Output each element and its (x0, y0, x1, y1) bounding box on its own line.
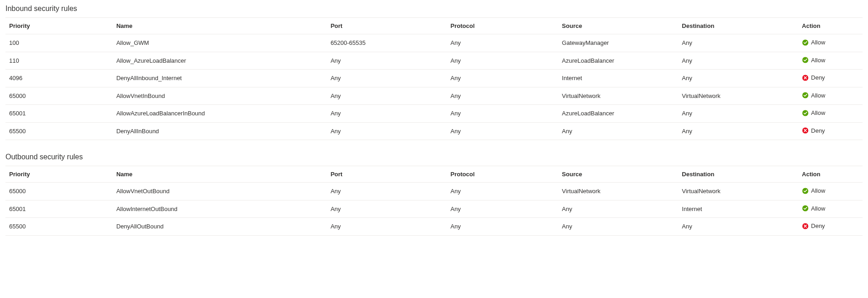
svg-point-3 (802, 92, 808, 98)
cell-source: Any (558, 200, 678, 218)
allow-icon (802, 39, 809, 46)
action-label: Allow (811, 109, 825, 116)
allow-icon (802, 188, 809, 194)
action-cell-content: Allow (802, 92, 825, 99)
col-header-name[interactable]: Name (113, 18, 327, 34)
cell-source: GatewayManager (558, 34, 678, 52)
deny-icon (802, 223, 809, 229)
table-row[interactable]: 65500DenyAllOutBoundAnyAnyAnyAnyDeny (5, 218, 863, 236)
cell-action: Allow (798, 105, 863, 123)
inbound-header-row: Priority Name Port Protocol Source Desti… (5, 18, 863, 34)
col-header-protocol[interactable]: Protocol (447, 166, 558, 183)
cell-name: DenyAllInBound (113, 122, 327, 140)
cell-protocol: Any (447, 218, 558, 236)
cell-source: Internet (558, 70, 678, 87)
cell-protocol: Any (447, 52, 558, 70)
cell-source: Any (558, 218, 678, 236)
col-header-action[interactable]: Action (798, 166, 863, 183)
cell-port: Any (327, 70, 447, 87)
col-header-port[interactable]: Port (327, 166, 447, 183)
col-header-source[interactable]: Source (558, 18, 678, 34)
svg-point-7 (802, 205, 808, 211)
inbound-section: Inbound security rules Priority Name Por… (5, 5, 863, 140)
table-row[interactable]: 110Allow_AzureLoadBalancerAnyAnyAzureLoa… (5, 52, 863, 70)
cell-name: DenyAllInbound_Internet (113, 70, 327, 87)
deny-icon (802, 75, 809, 81)
cell-priority: 65000 (5, 183, 113, 200)
cell-priority: 100 (5, 34, 113, 52)
col-header-action[interactable]: Action (798, 18, 863, 34)
cell-port: Any (327, 183, 447, 200)
cell-destination: Any (678, 218, 798, 236)
action-label: Allow (811, 39, 825, 46)
cell-protocol: Any (447, 105, 558, 123)
cell-destination: Any (678, 52, 798, 70)
action-cell-content: Deny (802, 74, 825, 81)
cell-action: Allow (798, 200, 863, 218)
deny-icon (802, 127, 809, 134)
col-header-name[interactable]: Name (113, 166, 327, 183)
cell-name: DenyAllOutBound (113, 218, 327, 236)
svg-point-6 (802, 188, 808, 194)
cell-destination: Any (678, 105, 798, 123)
cell-name: AllowVnetInBound (113, 87, 327, 105)
cell-destination: Any (678, 34, 798, 52)
action-cell-content: Allow (802, 57, 825, 64)
col-header-destination[interactable]: Destination (678, 166, 798, 183)
cell-protocol: Any (447, 183, 558, 200)
col-header-protocol[interactable]: Protocol (447, 18, 558, 34)
cell-priority: 65500 (5, 122, 113, 140)
table-row[interactable]: 65500DenyAllInBoundAnyAnyAnyAnyDeny (5, 122, 863, 140)
col-header-priority[interactable]: Priority (5, 18, 113, 34)
cell-protocol: Any (447, 87, 558, 105)
action-label: Allow (811, 187, 825, 194)
cell-protocol: Any (447, 200, 558, 218)
action-cell-content: Deny (802, 127, 825, 134)
action-cell-content: Allow (802, 109, 825, 116)
cell-port: Any (327, 87, 447, 105)
col-header-source[interactable]: Source (558, 166, 678, 183)
cell-source: Any (558, 122, 678, 140)
outbound-header-row: Priority Name Port Protocol Source Desti… (5, 166, 863, 183)
cell-priority: 65500 (5, 218, 113, 236)
table-row[interactable]: 65000AllowVnetInBoundAnyAnyVirtualNetwor… (5, 87, 863, 105)
cell-destination: Internet (678, 200, 798, 218)
allow-icon (802, 205, 809, 211)
action-label: Allow (811, 205, 825, 212)
svg-point-1 (802, 57, 808, 63)
col-header-priority[interactable]: Priority (5, 166, 113, 183)
outbound-section-title: Outbound security rules (5, 153, 863, 161)
cell-action: Deny (798, 122, 863, 140)
action-label: Deny (811, 222, 825, 229)
cell-name: AllowInternetOutBound (113, 200, 327, 218)
action-cell-content: Allow (802, 39, 825, 46)
action-label: Deny (811, 127, 825, 134)
outbound-section: Outbound security rules Priority Name Po… (5, 153, 863, 236)
svg-point-0 (802, 39, 808, 45)
table-row[interactable]: 65001AllowInternetOutBoundAnyAnyAnyInter… (5, 200, 863, 218)
cell-priority: 65001 (5, 200, 113, 218)
allow-icon (802, 57, 809, 63)
cell-priority: 65000 (5, 87, 113, 105)
action-cell-content: Allow (802, 187, 825, 194)
cell-priority: 4096 (5, 70, 113, 87)
cell-action: Allow (798, 183, 863, 200)
cell-destination: VirtualNetwork (678, 87, 798, 105)
cell-port: 65200-65535 (327, 34, 447, 52)
table-row[interactable]: 4096DenyAllInbound_InternetAnyAnyInterne… (5, 70, 863, 87)
col-header-destination[interactable]: Destination (678, 18, 798, 34)
action-cell-content: Allow (802, 205, 825, 212)
col-header-port[interactable]: Port (327, 18, 447, 34)
cell-name: AllowVnetOutBound (113, 183, 327, 200)
outbound-rules-table: Priority Name Port Protocol Source Desti… (5, 166, 863, 236)
table-row[interactable]: 65001AllowAzureLoadBalancerInBoundAnyAny… (5, 105, 863, 123)
cell-source: VirtualNetwork (558, 183, 678, 200)
action-label: Allow (811, 57, 825, 64)
cell-protocol: Any (447, 34, 558, 52)
cell-name: Allow_AzureLoadBalancer (113, 52, 327, 70)
cell-action: Allow (798, 87, 863, 105)
table-row[interactable]: 100Allow_GWM65200-65535AnyGatewayManager… (5, 34, 863, 52)
action-label: Allow (811, 92, 825, 99)
cell-port: Any (327, 122, 447, 140)
table-row[interactable]: 65000AllowVnetOutBoundAnyAnyVirtualNetwo… (5, 183, 863, 200)
